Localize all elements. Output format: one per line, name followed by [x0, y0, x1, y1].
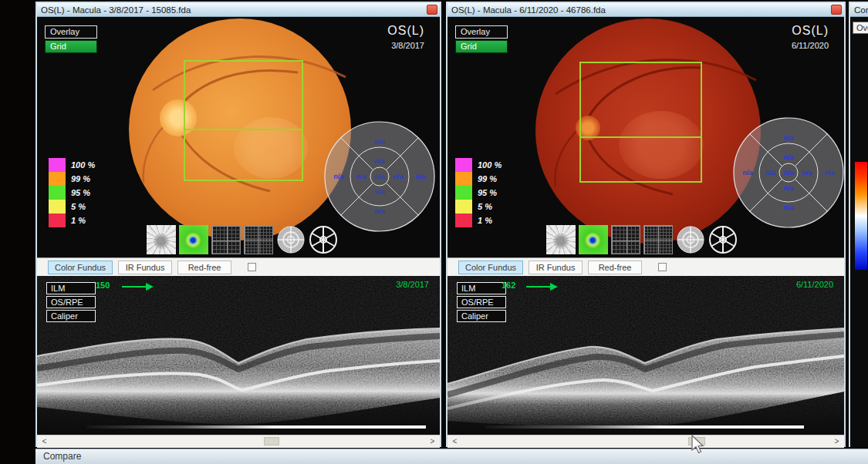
grid-fine-icon[interactable]	[244, 225, 273, 254]
grid-button[interactable]: Grid	[455, 40, 508, 53]
fundus-map-icon[interactable]	[147, 225, 176, 254]
fundus-panel: Overlay Grid OS(L) 3/8/2017 100 % 99 % 9…	[37, 17, 440, 257]
red-free-checkbox[interactable]	[248, 263, 256, 271]
thickness-value: 162	[502, 281, 515, 290]
capture-date: 3/8/2017	[391, 41, 424, 50]
window-titlebar[interactable]: OS(L) - Macula - 3/8/2017 - 15085.fda	[37, 3, 440, 17]
scroll-left-icon[interactable]: <	[39, 435, 50, 447]
red-free-checkbox[interactable]	[658, 263, 667, 271]
ilm-button[interactable]: ILM	[46, 282, 96, 294]
layer-label: Caliper	[461, 311, 488, 321]
percentile-legend: 100 % 99 % 95 % 5 % 1 %	[49, 158, 141, 227]
etdrs-value-inner-left: n/a	[765, 169, 775, 177]
map-thumbnail-row	[147, 225, 338, 254]
compare-side-panel: Com Ove	[849, 2, 868, 447]
overlay-button[interactable]: Overlay	[45, 25, 97, 39]
capture-date: 6/11/2020	[792, 41, 829, 50]
exam-window-2017: OS(L) - Macula - 3/8/2017 - 15085.fda Ov…	[35, 2, 441, 447]
etdrs-value-outer-bottom: n/a	[783, 203, 793, 211]
fundus-panel: Overlay Grid OS(L) 6/11/2020 100 % 99 % …	[448, 17, 844, 257]
oct-bscan-panel: ILM OS/RPE Caliper 150 3/8/2017	[37, 276, 440, 435]
legend-swatch	[455, 200, 472, 214]
etdrs-filled-icon[interactable]	[676, 225, 705, 254]
legend-item: 1 %	[49, 214, 141, 227]
map-thumbnail-row	[546, 225, 738, 254]
horizontal-scrollbar[interactable]: < >	[37, 435, 440, 448]
scroll-right-icon[interactable]: >	[427, 435, 438, 447]
exam-window-2020: OS(L) - Macula - 6/11/2020 - 46786.fda O…	[446, 2, 846, 447]
legend-swatch	[49, 158, 66, 172]
close-icon[interactable]	[831, 5, 842, 15]
tab-color-fundus[interactable]: Color Fundus	[48, 261, 113, 274]
legend-label: 95 %	[71, 188, 90, 197]
percentile-legend: 100 % 99 % 95 % 5 % 1 %	[455, 158, 548, 227]
legend-item: 95 %	[455, 186, 548, 200]
tab-color-fundus[interactable]: Color Fundus	[458, 261, 523, 274]
layer-label: OS/RPE	[461, 298, 494, 307]
grid-coarse-icon[interactable]	[611, 225, 640, 254]
legend-swatch	[49, 214, 66, 227]
oct-bscan-image	[448, 276, 844, 435]
caliper-button[interactable]: Caliper	[46, 310, 96, 322]
overlay-button[interactable]: Overlay	[455, 25, 508, 39]
overlay-button-label: Ove	[856, 23, 868, 32]
etdrs-grid-chart: n/a n/a n/a n/a n/a n/a n/a n/a n/a	[731, 115, 844, 230]
scroll-thumb[interactable]	[264, 437, 279, 446]
grid-coarse-icon[interactable]	[211, 225, 241, 254]
window-title: OS(L) - Macula - 3/8/2017 - 15085.fda	[41, 5, 191, 15]
scroll-right-icon[interactable]: >	[831, 435, 843, 447]
ilm-button[interactable]: ILM	[457, 282, 506, 294]
scroll-left-icon[interactable]: <	[449, 435, 461, 447]
thickness-map-icon[interactable]	[179, 225, 208, 254]
legend-item: 100 %	[49, 158, 141, 172]
os-rpe-button[interactable]: OS/RPE	[46, 296, 96, 308]
difference-colorbar	[855, 162, 867, 270]
eye-label: OS(L)	[792, 24, 829, 38]
status-bar: Compare	[35, 449, 868, 464]
tab-red-free[interactable]: Red-free	[177, 261, 231, 274]
layer-label: ILM	[461, 284, 475, 293]
os-rpe-button[interactable]: OS/RPE	[457, 296, 506, 308]
window-titlebar[interactable]: OS(L) - Macula - 6/11/2020 - 46786.fda	[448, 3, 844, 17]
legend-label: 1 %	[478, 216, 492, 225]
legend-swatch	[49, 186, 66, 200]
etdrs-value-inner-bottom: n/a	[783, 184, 793, 192]
legend-item: 5 %	[49, 200, 141, 214]
horizontal-scrollbar[interactable]: < >	[448, 435, 844, 448]
etdrs-value-outer-left: n/a	[333, 173, 343, 180]
oct-bscan-image	[37, 276, 440, 435]
legend-label: 99 %	[478, 174, 497, 183]
etdrs-filled-icon[interactable]	[276, 225, 306, 254]
scan-area-rect-bottom	[184, 129, 303, 181]
fundus-map-icon[interactable]	[546, 225, 576, 254]
legend-item: 100 %	[455, 158, 548, 172]
layer-label: OS/RPE	[51, 298, 83, 307]
grid-button[interactable]: Grid	[45, 40, 97, 53]
oct-scale-bar	[86, 425, 426, 429]
overlay-button[interactable]: Ove	[853, 22, 868, 34]
tab-label: Red-free	[599, 263, 632, 272]
window-titlebar[interactable]: Com	[850, 3, 868, 17]
scan-area-rect-top	[184, 60, 303, 130]
status-bar-label: Compare	[43, 451, 81, 462]
tab-ir-fundus[interactable]: IR Fundus	[529, 261, 583, 274]
legend-swatch	[455, 158, 472, 172]
tab-red-free[interactable]: Red-free	[588, 261, 642, 274]
caliper-button[interactable]: Caliper	[457, 310, 506, 322]
thickness-map-icon[interactable]	[579, 225, 608, 254]
grid-fine-icon[interactable]	[643, 225, 673, 254]
legend-label: 99 %	[71, 174, 90, 183]
window-title: Com	[854, 5, 868, 15]
etdrs-wheel-icon[interactable]	[309, 225, 338, 254]
legend-item: 99 %	[49, 172, 141, 186]
close-icon[interactable]	[427, 5, 437, 15]
etdrs-value-center: n/a	[783, 169, 793, 177]
legend-swatch	[49, 172, 66, 186]
etdrs-wheel-icon[interactable]	[708, 225, 738, 254]
etdrs-value-inner-top: n/a	[374, 157, 384, 165]
etdrs-value-inner-top: n/a	[783, 153, 793, 161]
tab-ir-fundus[interactable]: IR Fundus	[118, 261, 172, 274]
legend-label: 100 %	[71, 160, 95, 170]
scan-area-rect-bottom	[579, 136, 702, 183]
etdrs-value-inner-bottom: n/a	[374, 188, 384, 196]
